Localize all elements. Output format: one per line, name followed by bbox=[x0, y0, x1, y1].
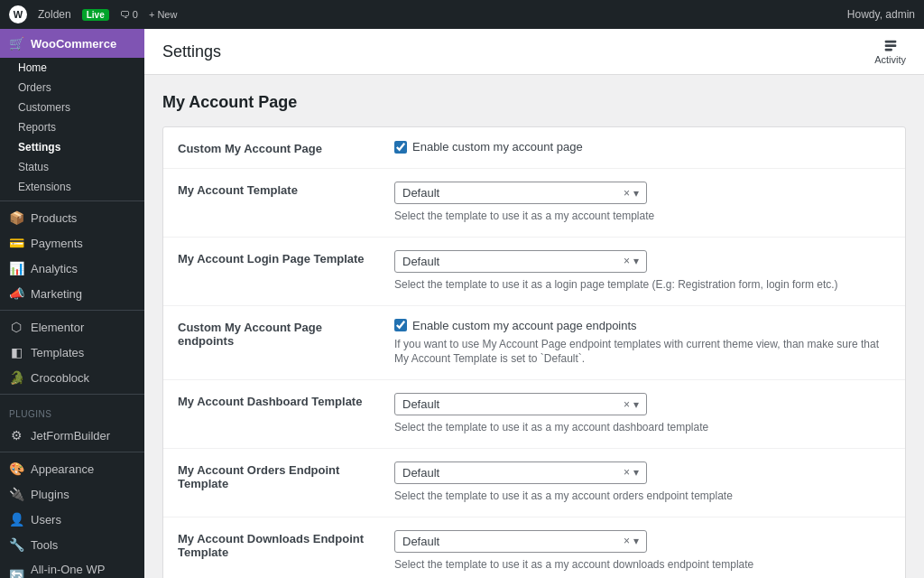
new-item[interactable]: + New bbox=[149, 9, 178, 20]
sidebar-item-users[interactable]: 👤 Users bbox=[0, 507, 144, 532]
desc-downloads-template: Select the template to use it as a my ac… bbox=[394, 557, 891, 573]
woo-label: WooCommerce bbox=[31, 37, 116, 51]
activity-label: Activity bbox=[874, 54, 906, 65]
sidebar-item-customers[interactable]: Customers bbox=[0, 98, 144, 117]
select-chevron-icon5: ▾ bbox=[633, 535, 639, 547]
select-account-template[interactable]: Default × ▾ bbox=[394, 182, 647, 204]
appearance-icon: 🎨 bbox=[9, 461, 23, 476]
select-value-dashboard-template: Default bbox=[402, 397, 439, 411]
select-downloads-template[interactable]: Default × ▾ bbox=[394, 530, 647, 553]
control-custom-account: Enable custom my account page bbox=[394, 140, 891, 154]
sidebar-item-payments[interactable]: 💳 Payments bbox=[0, 230, 144, 256]
label-endpoints: Custom My Account Page endpoints bbox=[178, 319, 376, 348]
settings-row-dashboard-template: My Account Dashboard Template Default × … bbox=[163, 380, 905, 449]
settings-row-endpoints: Custom My Account Page endpoints Enable … bbox=[163, 306, 905, 381]
checkbox-label-custom-account: Enable custom my account page bbox=[412, 140, 583, 154]
label-custom-account: Custom My Account Page bbox=[178, 140, 376, 155]
select-actions-orders-template: × ▾ bbox=[624, 466, 639, 479]
payments-icon: 💳 bbox=[9, 236, 23, 250]
sidebar-item-elementor[interactable]: ⬡ Elementor bbox=[0, 314, 144, 340]
sidebar-item-orders[interactable]: Orders bbox=[0, 78, 144, 98]
select-actions-downloads-template: × ▾ bbox=[624, 535, 639, 547]
settings-row-account-template: My Account Template Default × ▾ Select t… bbox=[163, 169, 905, 238]
elementor-icon: ⬡ bbox=[9, 320, 23, 334]
select-chevron-icon: ▾ bbox=[633, 187, 639, 200]
migration-icon: 🔄 bbox=[9, 569, 23, 578]
tools-label: Tools bbox=[31, 538, 58, 552]
templates-label: Templates bbox=[31, 346, 84, 359]
migration-label: All-in-One WP Migration bbox=[31, 563, 135, 578]
settings-row-downloads-template: My Account Downloads Endpoint Template D… bbox=[163, 517, 905, 578]
crocoblock-label: Crocoblock bbox=[31, 371, 89, 385]
checkbox-row-endpoints: Enable custom my account page endpoints bbox=[394, 319, 891, 332]
users-label: Users bbox=[31, 513, 61, 527]
select-clear-icon[interactable]: × bbox=[624, 187, 630, 200]
tools-icon: 🔧 bbox=[9, 537, 23, 552]
select-actions-account-template: × ▾ bbox=[624, 187, 639, 200]
appearance-label: Appearance bbox=[31, 462, 94, 476]
desc-endpoints: If you want to use My Account Page endpo… bbox=[394, 337, 891, 368]
comment-icon[interactable]: 🗨 0 bbox=[120, 9, 138, 20]
elementor-label: Elementor bbox=[31, 321, 84, 334]
select-value-login-template: Default bbox=[402, 255, 439, 268]
analytics-icon: 📊 bbox=[9, 261, 23, 275]
label-dashboard-template: My Account Dashboard Template bbox=[178, 393, 376, 408]
select-clear-icon5[interactable]: × bbox=[624, 535, 630, 547]
select-clear-icon4[interactable]: × bbox=[624, 466, 630, 479]
sidebar-woocommerce[interactable]: 🛒 WooCommerce bbox=[0, 29, 144, 58]
templates-icon: ◧ bbox=[9, 345, 23, 359]
label-orders-template: My Account Orders Endpoint Template bbox=[178, 461, 376, 490]
settings-header: Settings Activity bbox=[144, 29, 924, 75]
sidebar-item-settings[interactable]: Settings bbox=[0, 137, 144, 157]
sidebar-item-analytics[interactable]: 📊 Analytics bbox=[0, 256, 144, 281]
desc-dashboard-template: Select the template to use it as a my ac… bbox=[394, 420, 891, 435]
svg-rect-0 bbox=[884, 41, 896, 43]
sidebar-item-reports[interactable]: Reports bbox=[0, 117, 144, 137]
sidebar-item-crocoblock[interactable]: 🐊 Crocoblock bbox=[0, 365, 144, 390]
select-value-orders-template: Default bbox=[402, 466, 439, 480]
sidebar-item-migration[interactable]: 🔄 All-in-One WP Migration bbox=[0, 557, 144, 578]
sidebar-item-products[interactable]: 📦 Products bbox=[0, 205, 144, 230]
jetformbuilder-icon: ⚙ bbox=[9, 428, 23, 443]
control-orders-template: Default × ▾ Select the template to use i… bbox=[394, 461, 891, 504]
section-title: My Account Page bbox=[162, 93, 906, 112]
select-chevron-icon2: ▾ bbox=[633, 255, 639, 267]
control-endpoints: Enable custom my account page endpoints … bbox=[394, 319, 891, 368]
sidebar-item-jetformbuilder[interactable]: ⚙ JetFormBuilder bbox=[0, 423, 144, 448]
select-clear-icon2[interactable]: × bbox=[624, 255, 630, 267]
plugins-section-label: PLUGINS bbox=[0, 398, 144, 423]
sidebar-item-templates[interactable]: ◧ Templates bbox=[0, 340, 144, 365]
sidebar-item-plugins[interactable]: 🔌 Plugins bbox=[0, 481, 144, 507]
settings-row-custom-account: Custom My Account Page Enable custom my … bbox=[163, 127, 905, 169]
wp-logo[interactable]: W bbox=[9, 5, 27, 23]
control-dashboard-template: Default × ▾ Select the template to use i… bbox=[394, 393, 891, 435]
top-bar: W Zolden Live 🗨 0 + New Howdy, admin bbox=[0, 0, 924, 29]
content-area: My Account Page Custom My Account Page E… bbox=[144, 75, 924, 578]
checkbox-label-endpoints: Enable custom my account page endpoints bbox=[412, 319, 637, 332]
sidebar-item-status[interactable]: Status bbox=[0, 157, 144, 177]
jetformbuilder-label: JetFormBuilder bbox=[31, 429, 110, 443]
select-dashboard-template[interactable]: Default × ▾ bbox=[394, 393, 647, 415]
activity-icon bbox=[882, 38, 899, 54]
activity-button[interactable]: Activity bbox=[874, 38, 906, 65]
checkbox-endpoints[interactable] bbox=[394, 319, 407, 331]
sidebar-item-extensions[interactable]: Extensions bbox=[0, 177, 144, 197]
site-name[interactable]: Zolden bbox=[38, 8, 71, 21]
select-login-template[interactable]: Default × ▾ bbox=[394, 250, 647, 273]
woo-icon: 🛒 bbox=[9, 36, 23, 51]
sidebar-item-appearance[interactable]: 🎨 Appearance bbox=[0, 456, 144, 481]
control-login-template: Default × ▾ Select the template to use i… bbox=[394, 250, 891, 293]
layout: 🛒 WooCommerce Home Orders Customers Repo… bbox=[0, 29, 924, 578]
control-account-template: Default × ▾ Select the template to use i… bbox=[394, 182, 891, 224]
checkbox-custom-account[interactable] bbox=[394, 141, 407, 154]
top-bar-left: W Zolden Live 🗨 0 + New bbox=[9, 5, 177, 23]
sidebar-item-marketing[interactable]: 📣 Marketing bbox=[0, 281, 144, 306]
sidebar-item-home[interactable]: Home bbox=[0, 58, 144, 78]
marketing-icon: 📣 bbox=[9, 286, 23, 301]
desc-login-template: Select the template to use it as a login… bbox=[394, 277, 891, 293]
sidebar-item-tools[interactable]: 🔧 Tools bbox=[0, 532, 144, 557]
select-clear-icon3[interactable]: × bbox=[624, 398, 630, 411]
desc-account-template: Select the template to use it as a my ac… bbox=[394, 209, 891, 224]
select-actions-login-template: × ▾ bbox=[624, 255, 639, 267]
select-orders-template[interactable]: Default × ▾ bbox=[394, 461, 647, 484]
